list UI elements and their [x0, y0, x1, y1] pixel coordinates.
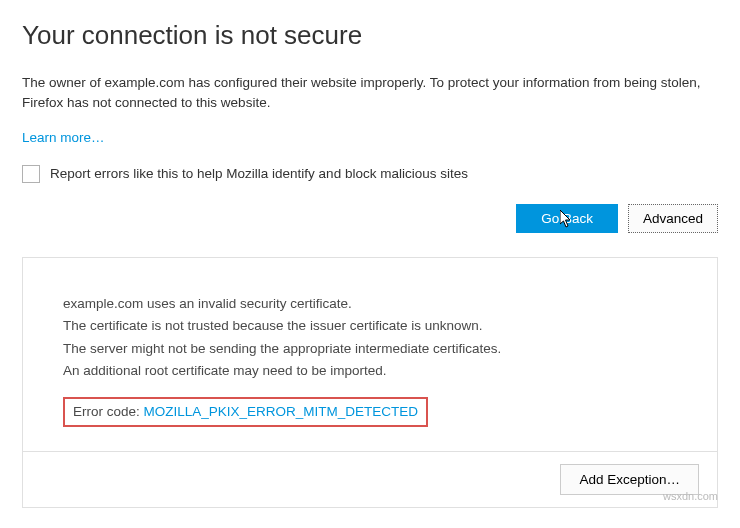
- action-button-row: Go Back Advanced: [22, 204, 718, 233]
- error-code-link[interactable]: MOZILLA_PKIX_ERROR_MITM_DETECTED: [144, 404, 419, 419]
- page-title: Your connection is not secure: [22, 16, 718, 55]
- warning-description: The owner of example.com has configured …: [22, 73, 718, 114]
- cert-reason-3: An additional root certificate may need …: [63, 361, 677, 381]
- error-code-label: Error code:: [73, 404, 144, 419]
- go-back-button[interactable]: Go Back: [516, 204, 618, 233]
- cert-reason-1: The certificate is not trusted because t…: [63, 316, 677, 336]
- advanced-button[interactable]: Advanced: [628, 204, 718, 233]
- cert-reasons: The certificate is not trusted because t…: [63, 316, 677, 381]
- report-errors-row: Report errors like this to help Mozilla …: [22, 164, 718, 184]
- advanced-details-panel: example.com uses an invalid security cer…: [22, 257, 718, 508]
- watermark-text: wsxdn.com: [663, 488, 718, 505]
- panel-footer: Add Exception…: [23, 451, 717, 507]
- learn-more-link[interactable]: Learn more…: [22, 128, 105, 148]
- report-errors-checkbox[interactable]: [22, 165, 40, 183]
- go-back-label: Go Back: [541, 211, 593, 226]
- cert-invalid-text: example.com uses an invalid security cer…: [63, 294, 677, 314]
- cert-reason-2: The server might not be sending the appr…: [63, 339, 677, 359]
- report-errors-label: Report errors like this to help Mozilla …: [50, 164, 468, 184]
- error-code-box: Error code: MOZILLA_PKIX_ERROR_MITM_DETE…: [63, 397, 428, 427]
